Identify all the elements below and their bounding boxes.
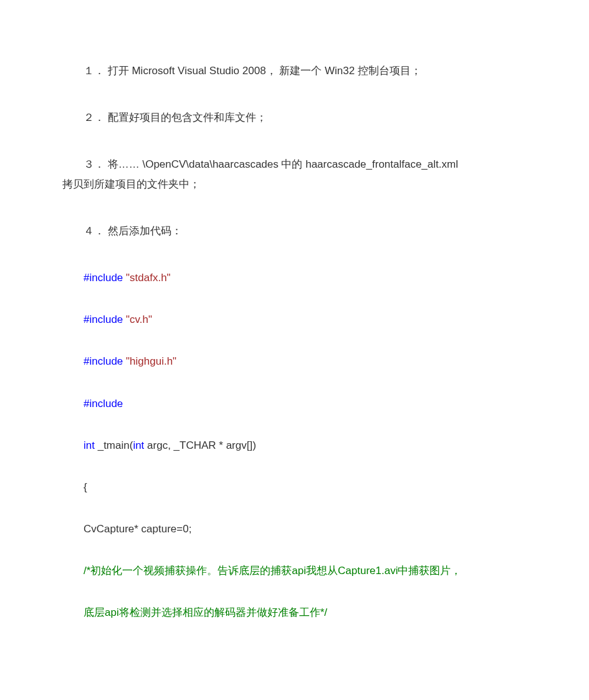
step-1: １． 打开 Microsoft Visual Studio 2008， 新建一个… bbox=[62, 62, 527, 79]
include-keyword: #include bbox=[84, 398, 123, 410]
document-page: １． 打开 Microsoft Visual Studio 2008， 新建一个… bbox=[0, 0, 589, 671]
code-comment-line2: 底层api将检测并选择相应的解码器并做好准备工作*/ bbox=[62, 604, 527, 621]
step-2: ２． 配置好项目的包含文件和库文件； bbox=[62, 109, 527, 126]
code-open-brace: { bbox=[62, 479, 527, 496]
code-main-signature: int _tmain(int argc, _TCHAR * argv[]) bbox=[62, 437, 527, 454]
include-keyword: #include bbox=[84, 314, 123, 325]
code-comment-line1: /*初始化一个视频捕获操作。告诉底层的捕获api我想从Capture1.avi中… bbox=[62, 562, 527, 579]
code-capture-decl: CvCapture* capture=0; bbox=[62, 520, 527, 537]
code-include-highgui: #include "highgui.h" bbox=[62, 353, 527, 370]
include-string: "stdafx.h" bbox=[123, 272, 170, 284]
include-string: "cv.h" bbox=[123, 314, 152, 325]
return-type: int bbox=[84, 439, 98, 451]
main-name: _tmain( bbox=[98, 439, 133, 451]
brace: { bbox=[84, 481, 87, 493]
comment-text: 底层api将检测并选择相应的解码器并做好准备工作*/ bbox=[84, 607, 327, 618]
main-args: argc, _TCHAR * argv[]) bbox=[144, 439, 256, 451]
step-3-line1: ３． 将…… \OpenCV\data\haarcascades 中的 haar… bbox=[62, 156, 527, 173]
arg-type: int bbox=[133, 439, 144, 451]
step-4: ４． 然后添加代码： bbox=[62, 223, 527, 239]
code-include-cv: #include "cv.h" bbox=[62, 311, 527, 328]
code-include-stdafx: #include "stdafx.h" bbox=[62, 269, 527, 286]
include-keyword: #include bbox=[84, 272, 123, 284]
code-include-empty: #include bbox=[62, 395, 527, 412]
include-string: "highgui.h" bbox=[123, 355, 176, 367]
capture-declaration: CvCapture* capture=0; bbox=[84, 523, 191, 535]
comment-text: /*初始化一个视频捕获操作。告诉底层的捕获api我想从Capture1.avi中… bbox=[84, 565, 461, 577]
include-keyword: #include bbox=[84, 355, 123, 367]
step-3-line2: 拷贝到所建项目的文件夹中； bbox=[62, 176, 527, 193]
